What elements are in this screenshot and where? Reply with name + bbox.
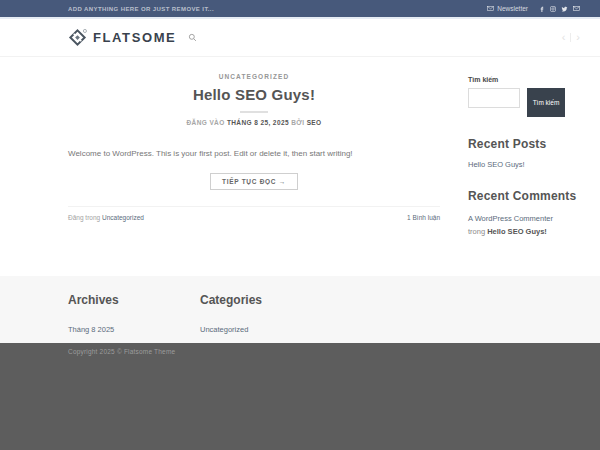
archives-widget: Archives Tháng 8 2025 (68, 293, 200, 343)
arrow-divider (570, 33, 571, 42)
facebook-icon[interactable] (539, 6, 545, 12)
comment-in-label: trong (468, 227, 485, 236)
site-logo[interactable]: FLATSOME (68, 28, 176, 47)
search-widget: Tìm kiếm (468, 88, 580, 117)
post-excerpt: Welcome to WordPress. This is your first… (68, 148, 440, 160)
categories-widget: Categories Uncategorized (200, 293, 332, 343)
blog-post: UNCATEGORIZED Hello SEO Guys! ĐĂNG VÀO T… (68, 73, 440, 276)
social-icons (539, 6, 580, 12)
page: ADD ANYTHING HERE OR JUST REMOVE IT... N… (0, 0, 600, 450)
instagram-icon[interactable] (550, 6, 556, 12)
read-more-row: TIẾP TỤC ĐỌC → (68, 170, 440, 190)
prev-arrow-icon[interactable]: ‹ (562, 32, 566, 43)
topbar-message: ADD ANYTHING HERE OR JUST REMOVE IT... (68, 6, 214, 12)
newsletter-envelope-icon (487, 6, 494, 11)
posted-by-label: BỞI (291, 119, 304, 126)
topbar-right: Newsletter (487, 5, 580, 12)
archives-link[interactable]: Tháng 8 2025 (68, 325, 114, 334)
post-date: THÁNG 8 25, 2025 (227, 119, 289, 126)
title-divider (240, 111, 268, 113)
recent-post-link[interactable]: Hello SEO Guys! (468, 160, 580, 169)
newsletter-link[interactable]: Newsletter (487, 5, 528, 12)
categories-link[interactable]: Uncategorized (200, 325, 248, 334)
newsletter-label: Newsletter (497, 5, 528, 12)
next-arrow-icon[interactable]: › (576, 32, 580, 43)
absolute-footer: Copyright 2025 © Flatsome Theme (0, 343, 600, 450)
comments-link[interactable]: 1 Bình luận (407, 214, 440, 221)
categories-title: Categories (200, 293, 332, 307)
posted-in-label: Đăng trong (68, 214, 100, 221)
logo-text: FLATSOME (93, 30, 176, 45)
search-input[interactable] (468, 88, 520, 108)
posted-in: Đăng trong Uncategorized (68, 214, 144, 221)
site-header: FLATSOME ‹ › (0, 19, 600, 57)
search-widget-label: Tìm kiếm (468, 76, 580, 83)
post-date-line: ĐĂNG VÀO THÁNG 8 25, 2025 BỞI SEO (68, 119, 440, 126)
main-content: UNCATEGORIZED Hello SEO Guys! ĐĂNG VÀO T… (0, 57, 600, 276)
header-nav-arrows: ‹ › (562, 32, 580, 43)
comment-author-link[interactable]: A WordPress Commenter (468, 214, 553, 223)
post-category-link[interactable]: UNCATEGORIZED (68, 73, 440, 80)
post-category-footer-link[interactable]: Uncategorized (102, 214, 144, 221)
search-icon[interactable] (188, 33, 197, 42)
flatsome-logo-icon (68, 28, 87, 47)
post-author[interactable]: SEO (307, 119, 322, 126)
recent-posts-title: Recent Posts (468, 137, 580, 151)
footer-widgets: Archives Tháng 8 2025 Categories Uncateg… (0, 276, 600, 343)
post-title[interactable]: Hello SEO Guys! (68, 86, 440, 103)
posted-on-label: ĐĂNG VÀO (186, 119, 224, 126)
search-submit-button[interactable]: Tìm kiếm (527, 88, 565, 117)
post-meta: Đăng trong Uncategorized 1 Bình luận (68, 206, 440, 221)
archives-title: Archives (68, 293, 200, 307)
sidebar: Tìm kiếm Tìm kiếm Recent Posts Hello SEO… (468, 73, 580, 276)
email-icon[interactable] (573, 6, 580, 11)
topbar: ADD ANYTHING HERE OR JUST REMOVE IT... N… (0, 0, 600, 19)
copyright-text: Copyright 2025 © Flatsome Theme (68, 348, 580, 355)
comment-post-link[interactable]: Hello SEO Guys! (487, 227, 547, 236)
twitter-icon[interactable] (561, 6, 568, 12)
read-more-button[interactable]: TIẾP TỤC ĐỌC → (210, 173, 298, 190)
recent-comment: A WordPress Commenter trong Hello SEO Gu… (468, 212, 580, 238)
recent-comments-title: Recent Comments (468, 189, 580, 203)
